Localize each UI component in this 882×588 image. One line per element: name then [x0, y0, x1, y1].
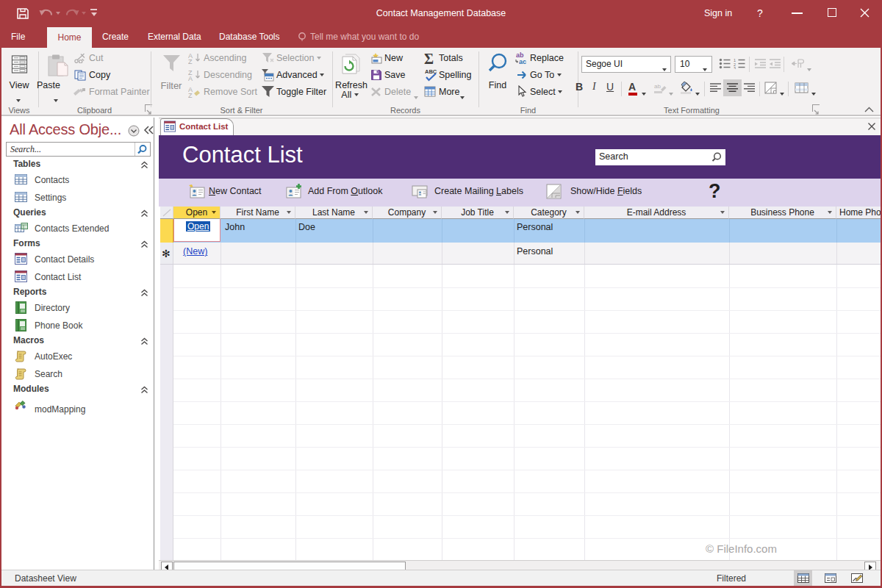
svg-text:ab: ab [654, 83, 661, 90]
svg-text:A: A [188, 75, 193, 81]
svg-text:Z: Z [188, 92, 193, 98]
svg-text:3: 3 [734, 66, 736, 70]
svg-text:Z: Z [188, 58, 193, 64]
svg-text:ac: ac [519, 58, 526, 65]
